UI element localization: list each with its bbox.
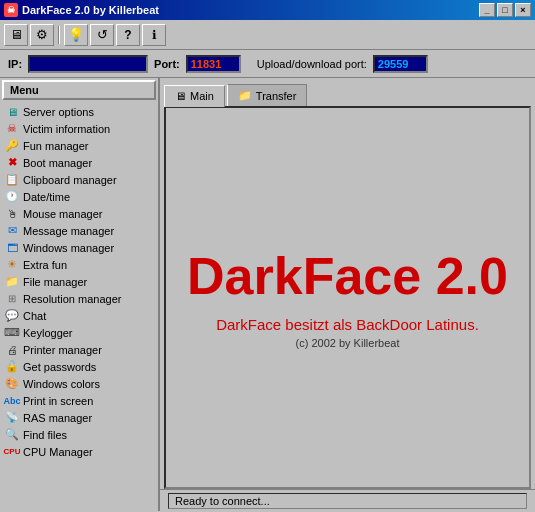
darkface-subtitle: DarkFace besitzt als BackDoor Latinus. <box>216 316 479 333</box>
menu-item-chat[interactable]: 💬 Chat <box>2 307 156 324</box>
toolbar-bulb-button[interactable]: 💡 <box>64 24 88 46</box>
windows-colors-label: Windows colors <box>23 378 100 390</box>
keylogger-icon: ⌨ <box>5 326 19 340</box>
message-manager-icon: ✉ <box>5 224 19 238</box>
tabs-container: 🖥 Main 📁 Transfer <box>160 78 535 106</box>
get-passwords-label: Get passwords <box>23 361 96 373</box>
mouse-manager-icon: 🖱 <box>5 207 19 221</box>
windows-colors-icon: 🎨 <box>5 377 19 391</box>
port-label: Port: <box>154 58 180 70</box>
datetime-icon: 🕐 <box>5 190 19 204</box>
upload-label: Upload/download port: <box>257 58 367 70</box>
menu-item-fun-manager[interactable]: 🔑 Fun manager <box>2 137 156 154</box>
printer-manager-icon: 🖨 <box>5 343 19 357</box>
tab-main[interactable]: 🖥 Main <box>164 85 225 107</box>
message-manager-label: Message manager <box>23 225 114 237</box>
window-controls: _ □ × <box>479 3 531 17</box>
extra-fun-icon: ☀ <box>5 258 19 272</box>
toolbar-help-button[interactable]: ? <box>116 24 140 46</box>
status-text: Ready to connect... <box>168 493 527 509</box>
menu-item-mouse-manager[interactable]: 🖱 Mouse manager <box>2 205 156 222</box>
app-icon: ☠ <box>4 3 18 17</box>
ras-manager-label: RAS manager <box>23 412 92 424</box>
server-options-label: Server options <box>23 106 94 118</box>
cpu-manager-label: CPU Manager <box>23 446 93 458</box>
datetime-label: Date/time <box>23 191 70 203</box>
window-title: DarkFace 2.0 by Killerbeat <box>22 4 159 16</box>
title-bar: ☠ DarkFace 2.0 by Killerbeat _ □ × <box>0 0 535 20</box>
menu-item-boot-manager[interactable]: ✖ Boot manager <box>2 154 156 171</box>
darkface-copyright: (c) 2002 by Killerbeat <box>296 337 400 349</box>
port-input[interactable] <box>186 55 241 73</box>
windows-manager-label: Windows manager <box>23 242 114 254</box>
menu-item-windows-colors[interactable]: 🎨 Windows colors <box>2 375 156 392</box>
menu-item-server-options[interactable]: 🖥 Server options <box>2 103 156 120</box>
menu-item-extra-fun[interactable]: ☀ Extra fun <box>2 256 156 273</box>
windows-manager-icon: 🗔 <box>5 241 19 255</box>
tab-transfer-icon: 📁 <box>238 89 252 102</box>
ip-row: IP: Port: Upload/download port: <box>0 50 535 78</box>
tab-transfer[interactable]: 📁 Transfer <box>227 84 308 106</box>
get-passwords-icon: 🔓 <box>5 360 19 374</box>
maximize-button[interactable]: □ <box>497 3 513 17</box>
darkface-title: DarkFace 2.0 <box>187 246 508 306</box>
menu-item-find-files[interactable]: 🔍 Find files <box>2 426 156 443</box>
menu-item-printer-manager[interactable]: 🖨 Printer manager <box>2 341 156 358</box>
menu-item-file-manager[interactable]: 📁 File manager <box>2 273 156 290</box>
menu-item-cpu-manager[interactable]: CPU CPU Manager <box>2 443 156 460</box>
chat-label: Chat <box>23 310 46 322</box>
menu-item-datetime[interactable]: 🕐 Date/time <box>2 188 156 205</box>
keylogger-label: Keylogger <box>23 327 73 339</box>
menu-item-clipboard-manager[interactable]: 📋 Clipboard manager <box>2 171 156 188</box>
resolution-manager-icon: ⊞ <box>5 292 19 306</box>
tab-main-icon: 🖥 <box>175 90 186 102</box>
toolbar: 🖥 ⚙ 💡 ↺ ? ℹ <box>0 20 535 50</box>
mouse-manager-label: Mouse manager <box>23 208 103 220</box>
tab-transfer-label: Transfer <box>256 90 297 102</box>
status-bar: Ready to connect... <box>160 489 535 511</box>
boot-manager-label: Boot manager <box>23 157 92 169</box>
minimize-button[interactable]: _ <box>479 3 495 17</box>
upload-input[interactable] <box>373 55 428 73</box>
printer-manager-label: Printer manager <box>23 344 102 356</box>
fun-manager-label: Fun manager <box>23 140 88 152</box>
main-content: Menu 🖥 Server options ☠ Victim informati… <box>0 78 535 511</box>
clipboard-manager-label: Clipboard manager <box>23 174 117 186</box>
ip-input[interactable] <box>28 55 148 73</box>
file-manager-label: File manager <box>23 276 87 288</box>
resolution-manager-label: Resolution manager <box>23 293 121 305</box>
menu-item-ras-manager[interactable]: 📡 RAS manager <box>2 409 156 426</box>
extra-fun-label: Extra fun <box>23 259 67 271</box>
toolbar-refresh-button[interactable]: ↺ <box>90 24 114 46</box>
chat-icon: 💬 <box>5 309 19 323</box>
menu-item-print-in-screen[interactable]: Abc Print in screen <box>2 392 156 409</box>
boot-manager-icon: ✖ <box>5 156 19 170</box>
victim-information-icon: ☠ <box>5 122 19 136</box>
menu-item-windows-manager[interactable]: 🗔 Windows manager <box>2 239 156 256</box>
menu-item-message-manager[interactable]: ✉ Message manager <box>2 222 156 239</box>
menu-header: Menu <box>2 80 156 100</box>
tab-main-label: Main <box>190 90 214 102</box>
menu-item-get-passwords[interactable]: 🔓 Get passwords <box>2 358 156 375</box>
print-in-screen-icon: Abc <box>5 394 19 408</box>
menu-item-resolution-manager[interactable]: ⊞ Resolution manager <box>2 290 156 307</box>
cpu-manager-icon: CPU <box>5 445 19 459</box>
fun-manager-icon: 🔑 <box>5 139 19 153</box>
file-manager-icon: 📁 <box>5 275 19 289</box>
find-files-label: Find files <box>23 429 67 441</box>
ip-label: IP: <box>8 58 22 70</box>
close-button[interactable]: × <box>515 3 531 17</box>
tab-content-main: DarkFace 2.0 DarkFace besitzt als BackDo… <box>164 106 531 489</box>
find-files-icon: 🔍 <box>5 428 19 442</box>
right-panel: 🖥 Main 📁 Transfer DarkFace 2.0 DarkFace … <box>160 78 535 511</box>
print-in-screen-label: Print in screen <box>23 395 93 407</box>
toolbar-settings-button[interactable]: ⚙ <box>30 24 54 46</box>
toolbar-info-button[interactable]: ℹ <box>142 24 166 46</box>
menu-item-keylogger[interactable]: ⌨ Keylogger <box>2 324 156 341</box>
toolbar-monitor-button[interactable]: 🖥 <box>4 24 28 46</box>
menu-list: 🖥 Server options ☠ Victim information 🔑 … <box>0 102 158 511</box>
ras-manager-icon: 📡 <box>5 411 19 425</box>
server-options-icon: 🖥 <box>5 105 19 119</box>
menu-item-victim-information[interactable]: ☠ Victim information <box>2 120 156 137</box>
victim-information-label: Victim information <box>23 123 110 135</box>
